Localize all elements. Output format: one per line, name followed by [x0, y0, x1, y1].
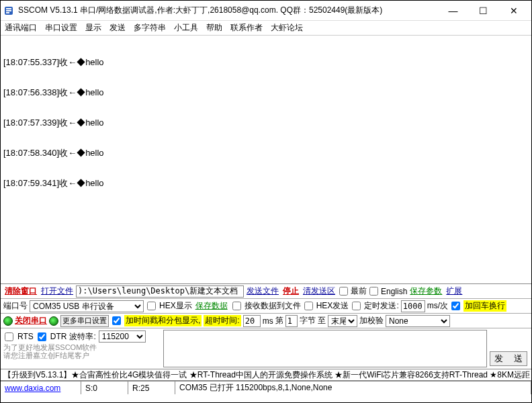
- recv-to-file-checkbox[interactable]: [232, 302, 241, 310]
- title-bar: SSCOM V5.13.1 串口/网络数据调试器,作者:大虾丁丁,2618058…: [1, 1, 531, 21]
- port-controls: RTS DTR 波特率: 115200 为了更好地发展SSCOM软件 请您注册嘉…: [1, 328, 162, 369]
- dtr-checkbox[interactable]: [38, 332, 46, 341]
- promo-bar: 【升级到V5.13.1】★合宙高性价比4G模块值得一试 ★RT-Thread中国…: [1, 369, 531, 381]
- topmost-label: 最前: [351, 285, 367, 297]
- status-sent: S:0: [81, 382, 128, 394]
- add-crlf-checkbox[interactable]: [451, 302, 460, 310]
- clear-send-area-button[interactable]: 清发送区: [302, 285, 337, 297]
- add-crlf-label: 加回车换行: [463, 300, 506, 312]
- svg-rect-1: [6, 8, 11, 9]
- timeout-input[interactable]: [243, 315, 261, 327]
- send-button[interactable]: 发 送: [490, 351, 527, 366]
- send-textarea[interactable]: [163, 330, 487, 367]
- timestamp-label: 加时间戳和分包显示,: [124, 315, 202, 326]
- timed-send-label: 定时发送:: [364, 300, 398, 312]
- byte-from-label: 第: [275, 315, 283, 326]
- port-toolbar: 端口号 COM35 USB 串行设备 HEX显示 保存数据 接收数据到文件 HE…: [1, 299, 531, 314]
- register-hint-2: 请您注册嘉立创F结尾客户: [3, 351, 159, 359]
- timeout-unit: ms: [263, 316, 273, 326]
- menu-serial-settings[interactable]: 串口设置: [45, 22, 77, 34]
- status-led-icon: [3, 316, 13, 326]
- menu-forum[interactable]: 大虾论坛: [271, 22, 303, 34]
- timed-send-checkbox[interactable]: [352, 302, 361, 310]
- options-toolbar: 关闭串口 更多串口设置 加时间戳和分包显示, 超时时间: ms 第 字节 至 末…: [1, 314, 531, 328]
- menu-contact[interactable]: 联系作者: [230, 22, 263, 34]
- baud-select[interactable]: 115200: [99, 330, 146, 343]
- menu-tools[interactable]: 小工具: [174, 22, 198, 34]
- hex-send-label: HEX发送: [316, 300, 349, 312]
- register-hint-1: 为了更好地发展SSCOM软件: [3, 343, 159, 351]
- checksum-select[interactable]: None: [386, 315, 450, 327]
- status-bar: www.daxia.com S:0 R:25 COM35 已打开 115200b…: [1, 381, 531, 394]
- send-file-button[interactable]: 发送文件: [245, 285, 280, 297]
- maximize-button[interactable]: ☐: [468, 1, 498, 20]
- save-params-button[interactable]: 保存参数: [408, 285, 443, 297]
- log-line: [18:07:55.337]收←◆hello: [3, 57, 529, 67]
- close-port-button[interactable]: 关闭串口: [15, 315, 47, 326]
- checksum-label: 加校验: [359, 315, 384, 326]
- expand-button[interactable]: 扩展: [445, 285, 463, 297]
- file-path-input[interactable]: [76, 285, 244, 298]
- port-label: 端口号: [3, 300, 28, 312]
- status-port-info: COM35 已打开 115200bps,8,1,None,None: [175, 382, 531, 394]
- timeout-label: 超时时间:: [204, 315, 240, 326]
- save-data-button[interactable]: 保存数据: [194, 300, 229, 312]
- minimize-button[interactable]: —: [438, 1, 468, 20]
- tail-select[interactable]: 末尾: [328, 315, 357, 327]
- log-line: [18:07:57.339]收←◆hello: [3, 118, 529, 128]
- english-label: English: [381, 287, 407, 296]
- log-line: [18:07:59.341]收←◆hello: [3, 178, 529, 188]
- rts-checkbox[interactable]: [5, 332, 13, 341]
- close-button[interactable]: ✕: [498, 1, 529, 20]
- more-settings-button[interactable]: 更多串口设置: [60, 315, 109, 327]
- send-area: [162, 328, 488, 369]
- open-file-button[interactable]: 打开文件: [40, 285, 75, 297]
- app-icon: [3, 5, 14, 16]
- menu-bar: 通讯端口 串口设置 显示 发送 多字符串 小工具 帮助 联系作者 大虾论坛: [1, 21, 531, 36]
- record-led-icon: [49, 316, 58, 326]
- file-toolbar: 清除窗口 打开文件 发送文件 停止 清发送区 最前 English 保存参数 扩…: [1, 284, 531, 299]
- recv-to-file-label: 接收数据到文件: [245, 300, 301, 312]
- lower-panel: RTS DTR 波特率: 115200 为了更好地发展SSCOM软件 请您注册嘉…: [1, 328, 531, 369]
- svg-rect-2: [6, 10, 11, 11]
- window-title: SSCOM V5.13.1 串口/网络数据调试器,作者:大虾丁丁,2618058…: [18, 5, 438, 16]
- menu-display[interactable]: 显示: [85, 22, 101, 34]
- log-area[interactable]: [18:07:55.337]收←◆hello [18:07:56.338]收←◆…: [1, 36, 531, 284]
- topmost-checkbox[interactable]: [339, 287, 348, 296]
- timestamp-checkbox[interactable]: [112, 316, 121, 325]
- hex-display-checkbox[interactable]: [147, 302, 156, 310]
- log-line: [18:07:58.340]收←◆hello: [3, 148, 529, 158]
- baud-label: 波特率:: [69, 331, 95, 343]
- menu-multi-string[interactable]: 多字符串: [134, 22, 166, 34]
- timed-send-unit: ms/次: [427, 300, 448, 312]
- rts-label: RTS: [17, 332, 34, 341]
- english-checkbox[interactable]: [369, 287, 378, 296]
- menu-help[interactable]: 帮助: [206, 22, 222, 34]
- byte-from-input[interactable]: [285, 315, 298, 327]
- clear-window-button[interactable]: 清除窗口: [3, 285, 38, 297]
- menu-send[interactable]: 发送: [109, 22, 126, 34]
- menu-port[interactable]: 通讯端口: [5, 22, 37, 34]
- hex-display-label: HEX显示: [159, 300, 192, 312]
- status-recv: R:25: [128, 382, 175, 394]
- byte-to-label: 字节 至: [300, 315, 326, 326]
- stop-button[interactable]: 停止: [281, 285, 300, 297]
- timed-send-interval-input[interactable]: [401, 300, 425, 312]
- hex-send-checkbox[interactable]: [304, 302, 313, 310]
- svg-rect-3: [6, 12, 9, 13]
- website-link[interactable]: www.daxia.com: [5, 384, 60, 393]
- port-select[interactable]: COM35 USB 串行设备: [30, 300, 144, 312]
- dtr-label: DTR: [50, 332, 67, 341]
- log-line: [18:07:56.338]收←◆hello: [3, 87, 529, 97]
